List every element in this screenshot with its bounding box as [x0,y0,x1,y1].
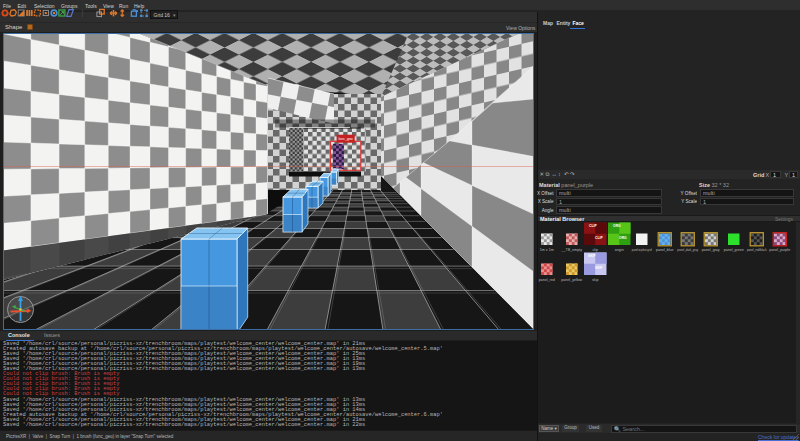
svg-text:func_geo: func_geo [338,137,352,141]
svg-text:panel_purple: panel_purple [769,248,790,252]
svg-text:ORG: ORG [619,236,627,240]
svg-text:ORG: ORG [613,224,621,228]
svg-text:skip: skip [592,278,598,282]
svg-text:__TB_empty: __TB_empty [561,248,583,252]
svg-text:CLIP: CLIP [589,224,597,228]
svg-text:SKIP: SKIP [588,254,596,258]
svg-text:panel_dark_gray: panel_dark_gray [677,248,698,252]
svg-text:CLIP: CLIP [595,236,603,240]
svg-text:panel_gray: panel_gray [702,248,720,252]
svg-text:panel_red: panel_red [539,278,555,282]
svg-text:panel_blue: panel_blue [656,248,674,252]
svg-text:origin: origin [615,248,624,252]
svg-text:panel_yellow: panel_yellow [561,278,582,282]
svg-text:panel.w.plexi.grid: panel.w.plexi.grid [632,248,652,252]
svg-text:panel_red/black: panel_red/black [747,248,767,252]
svg-text:1m x 1m: 1m x 1m [540,248,554,252]
svg-text:SKIP: SKIP [595,266,603,270]
svg-text:panel_green: panel_green [724,248,744,252]
svg-text:clip: clip [593,248,598,252]
